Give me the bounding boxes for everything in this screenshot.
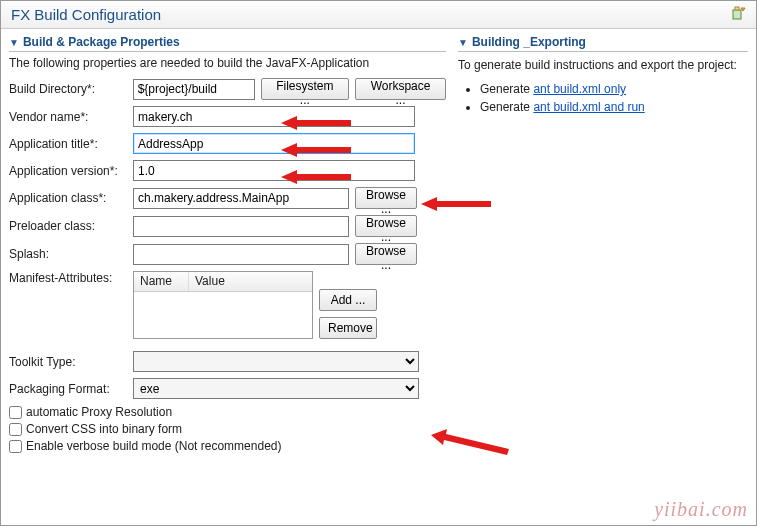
auto-proxy-label: automatic Proxy Resolution — [26, 405, 172, 419]
page-title: FX Build Configuration — [11, 6, 161, 23]
browse-splash-button[interactable]: Browse ... — [355, 243, 417, 265]
remove-attribute-button[interactable]: Remove — [319, 317, 377, 339]
verbose-checkbox[interactable] — [9, 440, 22, 453]
label-packaging: Packaging Format: — [9, 382, 127, 396]
ant-build-only-link[interactable]: ant build.xml only — [533, 82, 626, 96]
workspace-button[interactable]: Workspace ... — [355, 78, 446, 100]
section-header-build: ▼ Build & Package Properties — [9, 35, 446, 52]
add-attribute-button[interactable]: Add ... — [319, 289, 377, 311]
svg-rect-0 — [733, 10, 741, 19]
splash-input[interactable] — [133, 244, 349, 265]
label-app-title: Application title*: — [9, 137, 127, 151]
build-dir-input[interactable] — [133, 79, 255, 100]
app-class-input[interactable] — [133, 188, 349, 209]
label-build-dir: Build Directory*: — [9, 82, 127, 96]
label-app-class: Application class*: — [9, 191, 127, 205]
app-version-input[interactable] — [133, 160, 415, 181]
build-properties-panel: ▼ Build & Package Properties The followi… — [9, 35, 446, 456]
auto-proxy-checkbox[interactable] — [9, 406, 22, 419]
section-header-exporting: ▼ Building _Exporting — [458, 35, 748, 52]
filesystem-button[interactable]: Filesystem ... — [261, 78, 349, 100]
label-vendor: Vendor name*: — [9, 110, 127, 124]
verbose-label: Enable verbose build mode (Not recommend… — [26, 439, 281, 453]
label-toolkit: Toolkit Type: — [9, 355, 127, 369]
manifest-attributes-table[interactable]: Name Value — [133, 271, 313, 339]
page-header: FX Build Configuration — [1, 1, 756, 29]
gen-only-prefix: Generate — [480, 82, 533, 96]
label-splash: Splash: — [9, 247, 127, 261]
collapse-icon[interactable]: ▼ — [458, 37, 468, 48]
vendor-input[interactable] — [133, 106, 415, 127]
intro-text: The following properties are needed to b… — [9, 56, 446, 70]
toolkit-select[interactable] — [133, 351, 419, 372]
col-header-name: Name — [134, 272, 189, 291]
list-item: Generate ant build.xml only — [480, 82, 748, 96]
app-title-input[interactable] — [133, 133, 415, 154]
label-preloader: Preloader class: — [9, 219, 127, 233]
preloader-input[interactable] — [133, 216, 349, 237]
convert-css-label: Convert CSS into binary form — [26, 422, 182, 436]
convert-css-checkbox[interactable] — [9, 423, 22, 436]
watermark: yiibai.com — [654, 498, 748, 521]
gen-run-prefix: Generate — [480, 100, 533, 114]
svg-rect-1 — [735, 7, 739, 10]
exporting-intro: To generate build instructions and expor… — [458, 58, 748, 72]
col-header-value: Value — [189, 272, 312, 291]
list-item: Generate ant build.xml and run — [480, 100, 748, 114]
building-exporting-panel: ▼ Building _Exporting To generate build … — [458, 35, 748, 456]
export-icon[interactable] — [730, 5, 746, 24]
browse-app-class-button[interactable]: Browse ... — [355, 187, 417, 209]
ant-build-run-link[interactable]: ant build.xml and run — [533, 100, 644, 114]
packaging-select[interactable]: exe — [133, 378, 419, 399]
browse-preloader-button[interactable]: Browse ... — [355, 215, 417, 237]
label-manifest: Manifest-Attributes: — [9, 271, 127, 285]
label-app-version: Application version*: — [9, 164, 127, 178]
collapse-icon[interactable]: ▼ — [9, 37, 19, 48]
section-title-exporting: Building _Exporting — [472, 35, 586, 49]
section-title-build: Build & Package Properties — [23, 35, 180, 49]
